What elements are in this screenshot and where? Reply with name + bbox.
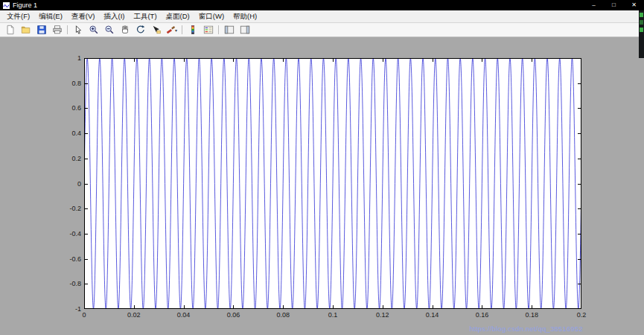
- y-tick-label: 1: [54, 54, 81, 62]
- x-tick-label: 0.14: [420, 311, 445, 319]
- x-tick-label: 0.06: [220, 311, 246, 319]
- brush-data-button[interactable]: ▾: [164, 23, 179, 36]
- save-figure-icon: [36, 25, 47, 35]
- x-axis-tick-labels: 00.020.040.060.080.10.120.140.160.180.2: [84, 311, 581, 320]
- menu-item-window[interactable]: 窗口(W): [194, 10, 229, 22]
- x-tick-label: 0: [71, 311, 97, 319]
- menu-bar: 文件(F)编辑(E)查看(V)插入(I)工具(T)桌面(D)窗口(W)帮助(H): [0, 10, 644, 23]
- open-file-icon: [21, 25, 31, 35]
- insert-colorbar-icon: [188, 25, 198, 35]
- hide-plot-tools-button[interactable]: [221, 23, 237, 36]
- insert-colorbar-button[interactable]: [185, 23, 200, 36]
- menu-item-help[interactable]: 帮助(H): [229, 10, 261, 22]
- toolbar-separator: [182, 25, 182, 34]
- print-figure-icon: [52, 25, 63, 35]
- menu-item-desktop[interactable]: 桌面(D): [162, 10, 194, 22]
- print-figure-button[interactable]: [49, 23, 65, 36]
- menu-item-tools[interactable]: 工具(T): [129, 10, 161, 22]
- menu-item-edit[interactable]: 编辑(E): [34, 10, 67, 22]
- x-tick-label: 0.12: [370, 311, 395, 319]
- insert-legend-icon: [203, 25, 214, 35]
- show-plot-tools-button[interactable]: [237, 23, 252, 36]
- new-figure-icon: [5, 25, 16, 35]
- x-tick-label: 0.16: [469, 311, 494, 319]
- edge-widget-dot: [640, 13, 643, 17]
- rotate-3d-icon: [136, 25, 146, 35]
- hide-plot-tools-icon: [224, 25, 235, 35]
- y-tick-label: -0.8: [54, 280, 81, 287]
- title-bar: Figure 1 – □ ✕: [0, 0, 644, 10]
- pan-icon: [120, 25, 130, 35]
- zoom-in-icon: [89, 25, 99, 35]
- edge-widget-dot: [640, 20, 643, 25]
- menu-item-insert[interactable]: 插入(I): [99, 10, 129, 22]
- rotate-3d-button[interactable]: [133, 23, 148, 36]
- x-tick-label: 0.04: [171, 311, 197, 319]
- y-tick-label: -0.6: [54, 255, 81, 263]
- figure-window-icon: [3, 2, 10, 9]
- open-file-button[interactable]: [18, 23, 34, 36]
- sine-plot: [84, 58, 581, 309]
- menu-item-file[interactable]: 文件(F): [2, 10, 34, 22]
- toolbar-separator: [218, 25, 219, 34]
- y-tick-label: 0.4: [54, 130, 81, 137]
- x-tick-label: 0.18: [519, 311, 544, 319]
- data-cursor-icon: [151, 25, 162, 35]
- maximize-button[interactable]: □: [604, 0, 624, 10]
- data-cursor-button[interactable]: [148, 23, 164, 36]
- zoom-out-icon: [104, 25, 115, 35]
- y-tick-label: 0: [54, 180, 81, 188]
- show-plot-tools-icon: [240, 25, 250, 35]
- window-title: Figure 1: [13, 1, 37, 9]
- edit-plot-button[interactable]: [70, 23, 86, 36]
- edit-plot-icon: [73, 25, 83, 35]
- x-tick-label: 0.02: [121, 311, 147, 319]
- y-tick-label: -0.2: [54, 205, 81, 212]
- x-tick-label: 0.2: [569, 311, 594, 319]
- y-tick-label: 0.8: [54, 80, 81, 87]
- y-tick-label: 0.6: [54, 104, 81, 112]
- x-tick-label: 0.08: [270, 311, 296, 319]
- menu-item-view[interactable]: 查看(V): [67, 10, 100, 22]
- edge-widget: [639, 10, 644, 58]
- figure-toolbar: ▾: [0, 23, 644, 37]
- figure-canvas: -1-0.8-0.6-0.4-0.200.20.40.60.81 00.020.…: [0, 37, 644, 335]
- watermark: https://blog.csdn.net/qq_38516952: [470, 325, 583, 333]
- y-tick-label: 0.2: [54, 155, 81, 162]
- zoom-out-button[interactable]: [101, 23, 117, 36]
- minimize-button[interactable]: –: [584, 0, 604, 10]
- save-figure-button[interactable]: [34, 23, 49, 36]
- insert-legend-button[interactable]: [200, 23, 216, 36]
- new-figure-button[interactable]: [2, 23, 18, 36]
- pan-button[interactable]: [117, 23, 133, 36]
- axes-area[interactable]: -1-0.8-0.6-0.4-0.200.20.40.60.81 00.020.…: [84, 58, 581, 309]
- edge-widget-dot: [640, 28, 643, 32]
- close-button[interactable]: ✕: [624, 0, 644, 10]
- x-tick-label: 0.1: [320, 311, 345, 319]
- y-tick-label: -0.4: [54, 230, 81, 237]
- figure-window: Figure 1 – □ ✕ 文件(F)编辑(E)查看(V)插入(I)工具(T)…: [0, 0, 644, 335]
- brush-dropdown-caret-icon[interactable]: ▾: [175, 28, 177, 33]
- zoom-in-button[interactable]: [86, 23, 101, 36]
- y-axis-tick-labels: -1-0.8-0.6-0.4-0.200.20.40.60.81: [54, 58, 81, 309]
- toolbar-separator: [67, 25, 68, 34]
